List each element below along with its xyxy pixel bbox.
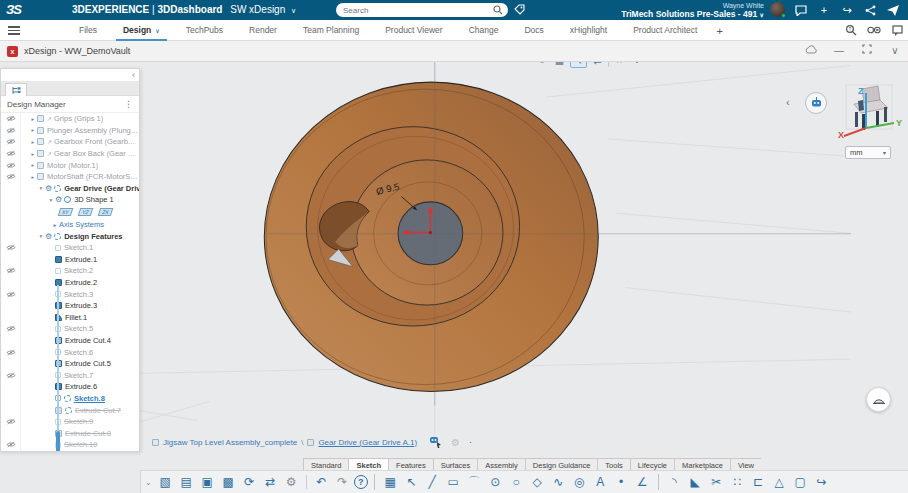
nav-tab[interactable]: Docs [511, 20, 556, 41]
app-switcher[interactable]: 3DEXPERIENCE | 3DDashboard SW xDesign ∨ [72, 4, 296, 15]
3ds-logo[interactable]: ЗS [6, 2, 21, 17]
nav-tab[interactable]: Design∨ [110, 20, 173, 41]
media-glasses-icon[interactable] [867, 23, 881, 37]
robot-cursor-icon[interactable] [429, 436, 442, 448]
tree-scroll-thumb[interactable] [56, 431, 60, 451]
tree-item-feature[interactable]: Sketch.9 [1, 416, 139, 428]
tag-icon[interactable] [514, 4, 525, 15]
expander-icon[interactable] [47, 197, 55, 203]
insert-component-icon[interactable]: ▤ [177, 473, 196, 491]
tree-item-design-features[interactable]: ⚙ Design Features [1, 230, 139, 242]
reference-plane-icon[interactable]: ZX [98, 208, 114, 216]
tree-item-feature[interactable]: Extrude.3 [1, 300, 139, 312]
help-icon[interactable]: ? [354, 475, 368, 489]
tree-item-feature[interactable]: Extrude Cut.5 [1, 358, 139, 370]
maximize-icon[interactable] [860, 44, 874, 56]
perimeter-circle-icon[interactable]: ○ [507, 473, 526, 491]
chevron-down-icon[interactable]: ∨ [888, 45, 902, 56]
convert-entities-icon[interactable]: △ [770, 473, 789, 491]
nav-tab[interactable]: Product Viewer [372, 20, 455, 41]
tree-item-feature[interactable]: Sketch.5 [1, 323, 139, 335]
rectangle-icon[interactable]: ▭ [444, 473, 463, 491]
nav-tab[interactable]: Product Architect [620, 20, 710, 41]
tree-item-feature[interactable]: Sketch.1 [1, 242, 139, 254]
sketch-pointer-icon[interactable]: ↖ [402, 473, 421, 491]
sketch-assistant-button[interactable] [866, 387, 891, 412]
tree-item-component[interactable]: ↗ Grips (Grips 1) [1, 113, 139, 125]
add-icon[interactable]: + [816, 2, 832, 18]
tree-item-shape[interactable]: ⚙ 3D Shape 1 [1, 194, 139, 206]
hidden-eye-icon[interactable] [6, 418, 16, 425]
redo-icon[interactable]: ↷ [333, 473, 352, 491]
tree-item-axis-systems[interactable]: Axis Systems [1, 219, 139, 231]
collapse-right-panel-icon[interactable]: ‹ [786, 96, 790, 108]
line-icon[interactable]: ╱ [423, 473, 442, 491]
tree-item-feature[interactable]: Extrude.1 [1, 254, 139, 266]
avatar[interactable] [770, 2, 785, 17]
units-dropdown[interactable]: mm ▾ [845, 146, 891, 159]
import-export-icon[interactable]: ⇄ [261, 473, 280, 491]
trim-icon[interactable]: ✂ [707, 473, 726, 491]
tree-item-feature[interactable]: Sketch.6 [1, 346, 139, 358]
nav-tab[interactable]: xHighlight [557, 20, 620, 41]
hidden-eye-icon[interactable] [6, 349, 16, 356]
expander-icon[interactable] [29, 127, 37, 133]
reference-plane-icon[interactable]: XY [58, 208, 74, 216]
hidden-eye-icon[interactable] [6, 244, 16, 251]
pattern-icon[interactable]: ∷ [728, 473, 747, 491]
tree-item-feature[interactable]: Extrude.6 [1, 381, 139, 393]
toolbar-overflow-icon[interactable]: ⌄ [145, 478, 152, 487]
tree-item-part[interactable]: ⚙ Gear Drive (Gear Drive ... [1, 183, 139, 195]
hidden-eye-icon[interactable] [6, 162, 16, 169]
hidden-eye-icon[interactable] [6, 267, 16, 274]
minimize-icon[interactable]: — [832, 45, 846, 56]
expander-icon[interactable] [29, 151, 37, 157]
fillet-sketch-icon[interactable]: ◝ [665, 473, 684, 491]
hidden-eye-icon[interactable] [6, 291, 16, 298]
expander-icon[interactable] [29, 174, 37, 180]
expander-icon[interactable] [37, 185, 45, 191]
tree-item-component[interactable]: Plunger Assembly (Plunger ... [1, 125, 139, 137]
exit-sketch-icon[interactable]: ↪ [812, 473, 831, 491]
spline-icon[interactable]: ∿ [549, 473, 568, 491]
gear-faded-icon[interactable]: ⚙ [451, 437, 460, 448]
hidden-eye-icon[interactable] [6, 138, 16, 145]
search-icon[interactable] [493, 5, 503, 15]
expander-icon[interactable] [29, 139, 37, 145]
elbow-icon[interactable]: ∠ [633, 473, 652, 491]
tree-item-feature[interactable]: Extrude Cut.4 [1, 335, 139, 347]
comments-panel-icon[interactable] [890, 23, 904, 37]
save-icon[interactable]: ▣ [198, 473, 217, 491]
hidden-eye-icon[interactable] [6, 372, 16, 379]
hidden-eye-icon[interactable] [6, 115, 16, 122]
chamfer-sketch-icon[interactable]: ◣ [686, 473, 705, 491]
gear-drive-model[interactable]: Ø 9.5 [264, 62, 851, 406]
tree-item-component[interactable]: Motor (Motor.1) [1, 159, 139, 171]
tree-item-feature[interactable]: Sketch.10 [1, 439, 139, 451]
hamburger-menu-icon[interactable] [8, 26, 20, 35]
global-search[interactable] [336, 3, 508, 17]
tree-item-feature[interactable]: Sketch.7 [1, 369, 139, 381]
new-part-icon[interactable]: ▧ [156, 473, 175, 491]
ellipse-icon[interactable]: ◎ [570, 473, 589, 491]
chat-bubble-icon[interactable] [793, 2, 809, 18]
tree-item-feature[interactable]: Extrude Cut.7 [1, 404, 139, 416]
arc-icon[interactable]: ⌒ [465, 473, 484, 491]
expander-icon[interactable] [51, 222, 59, 228]
save-as-icon[interactable]: ▩ [219, 473, 238, 491]
app-search-icon[interactable]: ? [844, 23, 858, 37]
expander-icon[interactable] [37, 233, 45, 239]
nav-tab[interactable]: TechPubs [173, 20, 236, 41]
tree-item-component[interactable]: ↗ Gear Box Back (Gear Bo... [1, 148, 139, 160]
cloud-status-icon[interactable] [804, 45, 818, 56]
add-tab-button[interactable]: + [710, 25, 728, 37]
project-icon[interactable]: ▢ [791, 473, 810, 491]
circle-icon[interactable]: ⊙ [486, 473, 505, 491]
nav-tab[interactable]: Render [236, 20, 290, 41]
offset-icon[interactable]: ⊏ [749, 473, 768, 491]
polygon-icon[interactable]: ◇ [528, 473, 547, 491]
user-menu[interactable]: Wayne White TriMech Solutions Pre-Sales … [621, 1, 764, 20]
expander-icon[interactable] [29, 162, 37, 168]
hidden-eye-icon[interactable] [6, 173, 16, 180]
tree-item-feature[interactable]: Sketch.8 [1, 393, 139, 405]
